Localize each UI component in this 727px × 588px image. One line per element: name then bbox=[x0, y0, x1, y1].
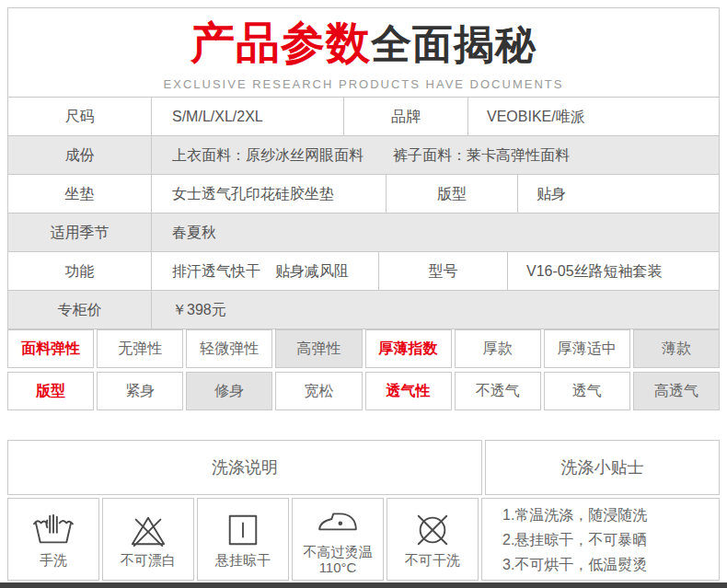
spec-row-composition: 成份 上衣面料：原纱冰丝网眼面料 裤子面料：莱卡高弹性面料 bbox=[8, 135, 719, 174]
bottom-dark-bar bbox=[0, 582, 727, 588]
attr-option-cell: 紧身 bbox=[97, 372, 183, 410]
page-title: 产品参数全面揭秘 bbox=[8, 19, 719, 77]
spec-value: 女士透气孔印花硅胶坐垫 bbox=[151, 175, 386, 213]
attr-option-cell: 不透气 bbox=[455, 372, 541, 410]
page-title-rest: 全面揭秘 bbox=[371, 21, 537, 66]
attr-option-cell: 厚款 bbox=[455, 329, 541, 368]
washing-tip: 3.不可烘干，低温熨烫 bbox=[502, 552, 719, 577]
washing-tip: 1.常温洗涤，随浸随洗 bbox=[502, 502, 719, 527]
no-bleach-icon bbox=[127, 512, 169, 548]
attr-option-cell-selected: 薄款 bbox=[633, 329, 720, 368]
spec-row-size-brand: 尺码 S/M/L/XL/2XL 品牌 VEOBIKE/唯派 bbox=[8, 97, 719, 135]
care-item-label: 不可漂白 bbox=[121, 552, 176, 568]
spec-label: 版型 bbox=[386, 175, 517, 213]
page-title-accent: 产品参数 bbox=[190, 18, 371, 67]
hand-wash-icon bbox=[32, 512, 75, 548]
spec-label: 品牌 bbox=[343, 98, 467, 135]
washing-tips-list: 1.常温洗涤，随浸随洗 2.悬挂晾干，不可暴晒 3.不可烘干，低温熨烫 bbox=[481, 498, 720, 581]
spec-value: V16-05丝路短袖套装 bbox=[507, 252, 719, 290]
washing-instructions-title: 洗涤说明 bbox=[7, 440, 482, 495]
care-item-label: 悬挂晾干 bbox=[215, 552, 271, 568]
hang-dry-icon bbox=[222, 512, 264, 548]
attr-option-cell-selected: 高弹性 bbox=[275, 329, 362, 368]
spec-section: 产品参数全面揭秘 EXCLUSIVE RESEARCH PRODUCTS HAV… bbox=[7, 7, 720, 329]
attr-option-cell-selected: 修身 bbox=[186, 372, 272, 410]
spec-label: 型号 bbox=[378, 252, 507, 290]
iron-max-110-icon bbox=[317, 503, 359, 540]
attr-header-cell: 面料弹性 bbox=[7, 329, 94, 368]
washing-tips-title: 洗涤小贴士 bbox=[485, 440, 720, 495]
spec-label: 专柜价 bbox=[8, 291, 151, 329]
spec-value: 排汗透气快干 贴身减风阻 bbox=[151, 252, 378, 290]
attr-header-cell: 厚薄指数 bbox=[365, 329, 452, 368]
spec-value: 春夏秋 bbox=[151, 213, 719, 251]
spec-label: 坐垫 bbox=[8, 175, 151, 213]
care-item-label: 不可干洗 bbox=[405, 552, 460, 568]
attribute-row-elasticity-thickness: 面料弹性 无弹性 轻微弹性 高弹性 厚薄指数 厚款 厚薄适中 薄款 bbox=[7, 329, 720, 368]
page-header: 产品参数全面揭秘 EXCLUSIVE RESEARCH PRODUCTS HAV… bbox=[8, 19, 719, 97]
care-item-hang-dry: 悬挂晾干 bbox=[197, 498, 289, 581]
no-dry-clean-icon bbox=[411, 512, 454, 548]
washing-tip: 2.悬挂晾干，不可暴晒 bbox=[502, 527, 719, 552]
care-item-hand-wash: 手洗 bbox=[7, 498, 99, 581]
spec-value: S/M/L/XL/2XL bbox=[151, 98, 343, 135]
spec-row-season: 适用季节 春夏秋 bbox=[8, 213, 719, 251]
care-item-label: 手洗 bbox=[40, 552, 67, 568]
attribute-row-fit-breathability: 版型 紧身 修身 宽松 透气性 不透气 透气 高透气 bbox=[7, 372, 720, 410]
care-item-iron-low: 不高过烫温110°C bbox=[292, 498, 384, 581]
attr-option-cell: 无弹性 bbox=[97, 329, 183, 368]
care-item-label-line2: 110°C bbox=[319, 559, 357, 575]
product-parameters-sheet: 产品参数全面揭秘 EXCLUSIVE RESEARCH PRODUCTS HAV… bbox=[0, 0, 727, 588]
attr-option-cell: 厚薄适中 bbox=[544, 329, 630, 368]
spec-row-cushion-fit: 坐垫 女士透气孔印花硅胶坐垫 版型 贴身 bbox=[8, 174, 719, 213]
spec-label: 功能 bbox=[8, 252, 151, 290]
spec-value: 上衣面料：原纱冰丝网眼面料 裤子面料：莱卡高弹性面料 bbox=[151, 136, 719, 174]
spec-value: VEOBIKE/唯派 bbox=[467, 98, 719, 135]
spec-label: 成份 bbox=[8, 136, 151, 174]
attr-header-cell: 版型 bbox=[7, 372, 94, 410]
attr-option-cell: 轻微弹性 bbox=[186, 329, 272, 368]
care-item-label-line1: 不高过烫温 bbox=[304, 544, 373, 559]
attr-option-cell: 宽松 bbox=[275, 372, 362, 410]
page-subtitle: EXCLUSIVE RESEARCH PRODUCTS HAVE DOCUMEN… bbox=[8, 77, 719, 91]
spec-label: 尺码 bbox=[8, 98, 151, 135]
attr-header-cell: 透气性 bbox=[365, 372, 452, 410]
care-item-no-bleach: 不可漂白 bbox=[102, 498, 194, 581]
spec-value: ￥398元 bbox=[151, 291, 719, 329]
care-item-label: 不高过烫温110°C bbox=[304, 544, 373, 575]
washing-icons-row: 手洗 不可漂白 悬挂晾干 bbox=[7, 498, 720, 581]
spec-value: 贴身 bbox=[517, 175, 719, 213]
spec-row-price: 专柜价 ￥398元 bbox=[8, 290, 719, 329]
attr-option-cell-selected: 高透气 bbox=[633, 372, 720, 410]
spec-row-function-model: 功能 排汗透气快干 贴身减风阻 型号 V16-05丝路短袖套装 bbox=[8, 251, 719, 290]
care-item-no-dry-clean: 不可干洗 bbox=[387, 498, 479, 581]
attr-option-cell: 透气 bbox=[544, 372, 630, 410]
spec-label: 适用季节 bbox=[8, 213, 151, 251]
